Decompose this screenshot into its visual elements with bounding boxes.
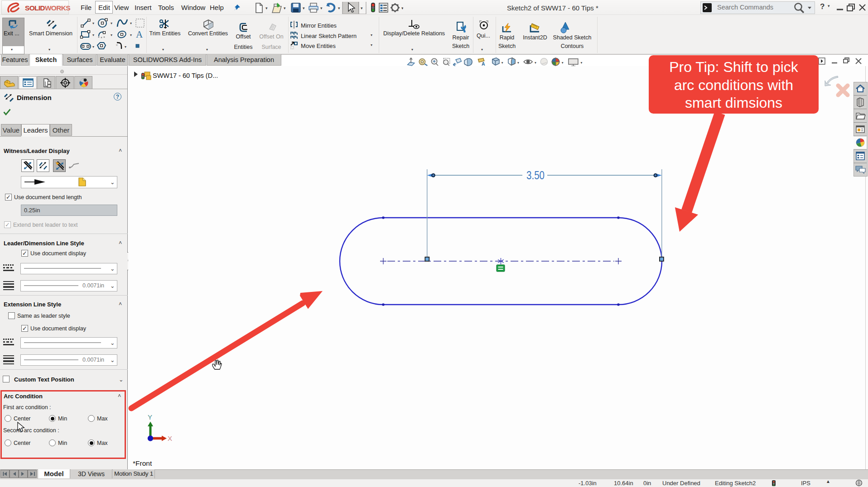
svg-text:Y: Y [148,413,152,421]
svg-text:▾: ▾ [320,6,323,10]
svg-text:X: X [168,434,172,442]
svg-text:▾: ▾ [265,6,268,10]
svg-text:▾: ▾ [338,6,340,10]
svg-text:▾: ▾ [502,61,503,65]
svg-text:▾: ▾ [130,33,132,37]
svg-text:A: A [136,29,143,40]
svg-text:▾: ▾ [517,61,519,65]
svg-text:▾: ▾ [125,45,126,49]
svg-text:▾: ▾ [92,45,94,49]
svg-text:▾: ▾ [111,33,112,37]
svg-text:3.50: 3.50 [526,168,545,182]
svg-text:✕: ✕ [116,43,118,47]
svg-text:▾: ▾ [130,21,132,25]
svg-text:▾: ▾ [535,61,536,65]
svg-text:▾: ▾ [111,21,112,25]
svg-text:▾: ▾ [92,33,94,37]
svg-text:▾: ▾ [581,61,583,65]
svg-text:▾: ▾ [361,6,363,10]
svg-text:▾: ▾ [303,6,305,10]
svg-text:▾: ▾ [562,61,564,65]
svg-text:▾: ▾ [284,6,286,10]
svg-text:▾: ▾ [92,21,94,25]
svg-text:▾: ▾ [401,6,403,10]
